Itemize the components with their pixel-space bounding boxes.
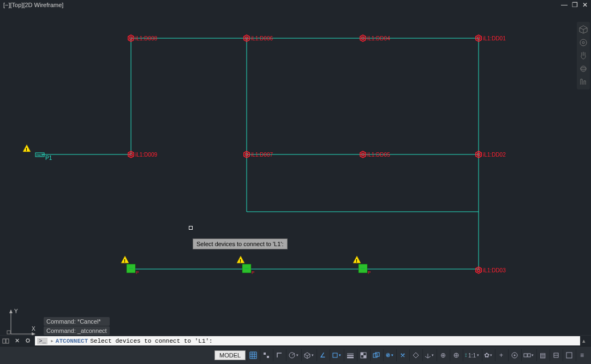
- hardware-acceleration-button[interactable]: [508, 349, 520, 361]
- svg-text:!: !: [356, 258, 357, 264]
- command-input[interactable]: [215, 338, 578, 344]
- viewport-title-text: [−][Top][2D Wireframe]: [3, 2, 63, 8]
- maximize-button[interactable]: ❐: [572, 1, 578, 9]
- clean-screen-button[interactable]: [563, 349, 575, 361]
- annotation-monitor-button[interactable]: +: [495, 349, 507, 361]
- command-history-toggle[interactable]: ▴: [582, 337, 591, 344]
- isodraft-button[interactable]: ▾: [301, 349, 315, 361]
- device-node[interactable]: iL1:D007: [244, 151, 273, 158]
- green-device[interactable]: P: [359, 264, 371, 275]
- viewcube-icon[interactable]: [578, 24, 589, 35]
- svg-line-65: [425, 356, 428, 358]
- device-node[interactable]: iL1:DD02: [476, 151, 506, 158]
- svg-text:Y: Y: [14, 308, 18, 314]
- svg-line-66: [428, 356, 431, 358]
- layout-tabs-icon[interactable]: [1, 336, 11, 346]
- pickbox-cursor: [189, 226, 193, 230]
- tooltip-text: Select devices to connect to 'L1':: [196, 241, 284, 247]
- selection-filtering-button[interactable]: [409, 349, 421, 361]
- device-label: iL1:D006: [251, 35, 273, 41]
- device-node[interactable]: iL1:DD01: [476, 35, 506, 41]
- device-node[interactable]: iL1:D006: [244, 35, 273, 41]
- steering-wheel-icon[interactable]: [578, 37, 589, 48]
- showmotion-icon[interactable]: [578, 76, 589, 87]
- dynamic-ucs-button[interactable]: ⤧: [396, 349, 408, 361]
- svg-point-69: [514, 355, 515, 356]
- svg-rect-52: [267, 356, 269, 358]
- device-label: iL1:DD05: [367, 152, 390, 158]
- command-line[interactable]: >_ ▸ ATCONNECT Select devices to connect…: [35, 336, 580, 345]
- ucs-icon: Y X: [5, 307, 38, 339]
- gizmo-button[interactable]: ▾: [422, 349, 435, 361]
- model-space-button[interactable]: MODEL: [214, 350, 246, 360]
- history-line: Command: _atconnect: [44, 326, 110, 335]
- workspace-switching-button[interactable]: ✿▾: [482, 349, 494, 361]
- object-snap-button[interactable]: ▾: [330, 349, 343, 361]
- svg-text:!: !: [124, 258, 126, 264]
- svg-rect-49: [3, 339, 5, 343]
- lineweight-button[interactable]: [344, 349, 356, 361]
- svg-line-35: [580, 28, 583, 29]
- selection-cycling-button[interactable]: [370, 349, 382, 361]
- warning-icon: !: [23, 145, 31, 152]
- snap-mode-button[interactable]: [260, 349, 272, 361]
- window-controls: — ❐ ✕: [561, 1, 588, 9]
- svg-point-41: [581, 68, 586, 70]
- annotation-visibility-button[interactable]: ⊕: [437, 349, 449, 361]
- device-node[interactable]: iL1:D009: [128, 151, 158, 158]
- device-label: iL1:D009: [135, 152, 157, 158]
- svg-point-39: [582, 41, 584, 44]
- close-button[interactable]: ✕: [582, 1, 588, 9]
- autoscale-button[interactable]: [450, 349, 462, 361]
- device-sub: P: [368, 270, 371, 275]
- device-label: iL1:DD01: [483, 35, 506, 41]
- device-label: iL1:D008: [135, 35, 157, 41]
- device-sub: P: [136, 270, 139, 275]
- isolate-objects-button[interactable]: [550, 349, 562, 361]
- panel-device[interactable]: FACPP1: [35, 153, 52, 161]
- history-line: Command: *Cancel*: [44, 317, 110, 326]
- command-name: ATCONNECT: [56, 338, 88, 344]
- minimize-button[interactable]: —: [561, 1, 568, 9]
- warning-icon: !: [353, 256, 361, 264]
- cmd-customize-icon[interactable]: [23, 336, 33, 346]
- green-device[interactable]: P: [242, 264, 254, 275]
- 3d-osnap-button[interactable]: ✵▾: [383, 349, 395, 361]
- units-button[interactable]: ▾: [521, 349, 535, 361]
- device-node[interactable]: iL1:DD05: [360, 151, 390, 158]
- svg-rect-70: [524, 354, 527, 357]
- svg-marker-44: [9, 309, 13, 313]
- object-snap-tracking-button[interactable]: ∠: [317, 349, 329, 361]
- svg-line-36: [583, 28, 587, 29]
- device-node[interactable]: iL1:DD04: [360, 35, 390, 41]
- svg-text:FACP: FACP: [37, 153, 44, 157]
- device-label: iL1:DD04: [367, 35, 390, 41]
- svg-rect-71: [528, 354, 530, 357]
- command-prompt-text: Select devices to connect to 'L1':: [90, 338, 212, 344]
- grid-display-button[interactable]: [247, 349, 259, 361]
- device-node[interactable]: iL1:D008: [128, 35, 158, 41]
- device-label: iL1:DD02: [483, 152, 506, 158]
- customization-button[interactable]: ≡: [576, 349, 588, 361]
- orbit-icon[interactable]: [578, 63, 589, 74]
- pan-icon[interactable]: [578, 50, 589, 61]
- command-chevron: ▸: [50, 337, 54, 344]
- device-node[interactable]: iL1:DD03: [476, 267, 506, 273]
- device-sub: P: [252, 270, 254, 275]
- quick-properties-button[interactable]: ▤: [536, 349, 548, 361]
- polar-tracking-button[interactable]: ▾: [286, 349, 300, 361]
- svg-rect-61: [363, 355, 366, 358]
- green-device[interactable]: P: [127, 264, 139, 275]
- annotation-scale-button[interactable]: ⟟ 1:1 ▾: [463, 349, 481, 361]
- svg-text:!: !: [240, 258, 241, 264]
- warning-icon: !: [237, 256, 244, 264]
- transparency-button[interactable]: [357, 349, 369, 361]
- drawing-canvas[interactable]: iL1:D008iL1:D006iL1:DD04iL1:DD01iL1:D009…: [0, 10, 591, 346]
- svg-text:!: !: [26, 147, 27, 152]
- prompt-tooltip: Select devices to connect to 'L1':: [193, 238, 288, 249]
- command-history: Command: *Cancel*Command: _atconnect: [44, 317, 110, 335]
- ortho-mode-button[interactable]: [273, 349, 285, 361]
- svg-rect-60: [361, 353, 363, 355]
- device-label: iL1:DD03: [483, 267, 506, 273]
- cmd-close-icon[interactable]: ✕: [12, 336, 22, 346]
